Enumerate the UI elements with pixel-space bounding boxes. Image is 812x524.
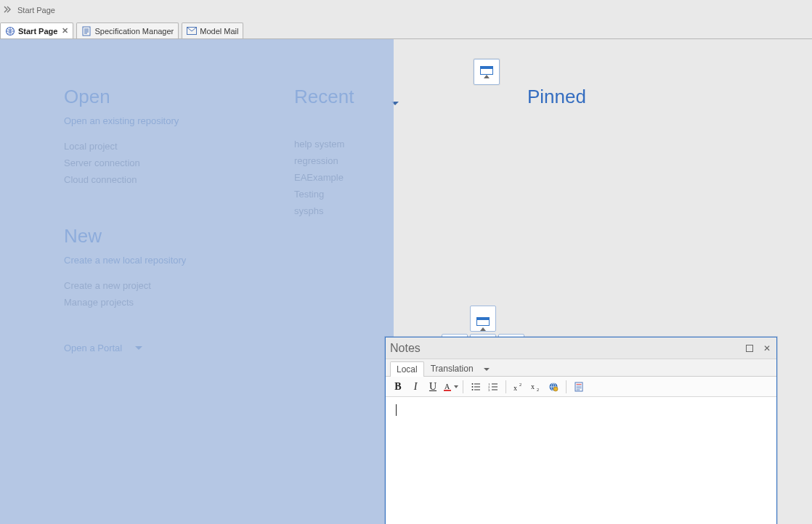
text-caret: [396, 404, 397, 416]
tab-model-mail[interactable]: Model Mail: [182, 22, 243, 38]
svg-point-12: [472, 386, 474, 388]
pinned-heading: Pinned: [527, 86, 673, 108]
open-subtitle: Open an existing repository: [64, 115, 253, 126]
font-color-button[interactable]: A: [442, 379, 458, 395]
italic-button[interactable]: I: [407, 379, 423, 395]
bold-button[interactable]: B: [390, 379, 406, 395]
notes-subtab-translation[interactable]: Translation: [424, 361, 480, 376]
svg-text:3: 3: [488, 388, 490, 392]
new-section: New Create a new local repository Create…: [64, 225, 253, 308]
recent-item[interactable]: help system: [294, 139, 439, 150]
new-item-manage-projects[interactable]: Manage projects: [64, 297, 253, 308]
pinned-column: Pinned: [527, 86, 673, 115]
new-subtitle: Create a new local repository: [64, 255, 253, 266]
main-content: Open Open an existing repository Local p…: [0, 39, 812, 524]
svg-text:x: x: [513, 384, 517, 392]
numbered-list-button[interactable]: 123: [485, 379, 501, 395]
notes-titlebar[interactable]: Notes ✕: [386, 337, 776, 359]
recent-item[interactable]: regression: [294, 155, 439, 166]
svg-rect-30: [577, 384, 582, 385]
svg-text:2: 2: [537, 388, 539, 392]
new-item-create-project[interactable]: Create a new project: [64, 280, 253, 291]
notes-title: Notes: [390, 342, 421, 355]
open-column: Open Open an existing repository Local p…: [64, 86, 253, 353]
notes-subtabs: Local Translation: [386, 359, 776, 377]
open-item-local-project[interactable]: Local project: [64, 141, 253, 152]
tab-specification-manager[interactable]: Specification Manager: [76, 22, 179, 38]
tab-label: Specification Manager: [94, 27, 174, 36]
dock-top-icon: [476, 317, 490, 326]
underline-button[interactable]: U: [425, 379, 441, 395]
new-document-button[interactable]: [571, 379, 587, 395]
toolbar-separator: [506, 380, 506, 393]
dock-target-top[interactable]: [474, 59, 500, 85]
notes-subtab-local[interactable]: Local: [390, 361, 424, 377]
recent-item[interactable]: EAExample: [294, 172, 439, 183]
breadcrumb-bar: Start Page: [0, 0, 812, 20]
tab-label: Model Mail: [200, 27, 238, 36]
svg-text:2: 2: [519, 382, 521, 387]
close-icon[interactable]: ✕: [762, 343, 772, 353]
maximize-icon[interactable]: [744, 343, 755, 353]
tab-start-page[interactable]: Start Page ✕: [0, 22, 73, 38]
chevron-down-icon: [135, 346, 142, 351]
recent-column: Recent help system regression EAExample …: [294, 86, 439, 222]
arrow-up-icon: [480, 327, 486, 331]
open-item-server-connection[interactable]: Server connection: [64, 157, 253, 168]
subscript-button[interactable]: x2: [528, 379, 544, 395]
document-icon: [81, 26, 92, 36]
globe-icon: [5, 26, 15, 36]
svg-rect-1: [83, 27, 90, 36]
notes-editor[interactable]: [386, 397, 776, 524]
dock-top-icon: [480, 66, 493, 75]
open-item-cloud-connection[interactable]: Cloud connection: [64, 174, 253, 185]
svg-text:x: x: [531, 382, 535, 390]
document-tabstrip: Start Page ✕ Specification Manager Model…: [0, 20, 812, 39]
toolbar-separator: [566, 380, 567, 393]
svg-rect-9: [444, 390, 451, 391]
toolbar-separator: [463, 380, 463, 393]
recent-heading: Recent: [294, 86, 354, 108]
svg-rect-32: [577, 388, 582, 388]
tab-label: Start Page: [18, 27, 57, 36]
hyperlink-button[interactable]: [545, 379, 561, 395]
svg-point-14: [472, 389, 474, 390]
notes-subtab-dropdown[interactable]: [480, 361, 493, 376]
chevron-down-icon[interactable]: [391, 98, 399, 108]
svg-point-28: [553, 387, 558, 391]
notes-panel[interactable]: Notes ✕ Local Translation B I U A: [385, 337, 777, 524]
open-heading: Open: [64, 86, 253, 108]
recent-item[interactable]: Testing: [294, 189, 439, 200]
notes-toolbar: B I U A 123 x2 x2: [386, 377, 776, 397]
breadcrumb-expand-icon[interactable]: [3, 6, 12, 15]
mail-icon: [187, 26, 197, 36]
svg-point-10: [472, 383, 474, 385]
open-portal-label: Open a Portal: [64, 343, 122, 353]
svg-rect-7: [747, 345, 753, 351]
breadcrumb-label[interactable]: Start Page: [17, 6, 55, 15]
close-icon[interactable]: ✕: [62, 26, 68, 36]
bullet-list-button[interactable]: [468, 379, 484, 395]
svg-rect-31: [577, 385, 582, 386]
open-portal-link[interactable]: Open a Portal: [64, 343, 253, 353]
svg-rect-33: [577, 389, 580, 390]
arrow-up-icon: [484, 75, 490, 78]
new-heading: New: [64, 225, 253, 247]
recent-item[interactable]: sysphs: [294, 205, 439, 216]
superscript-button[interactable]: x2: [511, 379, 527, 395]
svg-text:A: A: [444, 382, 450, 390]
dock-target-north[interactable]: [470, 306, 496, 332]
